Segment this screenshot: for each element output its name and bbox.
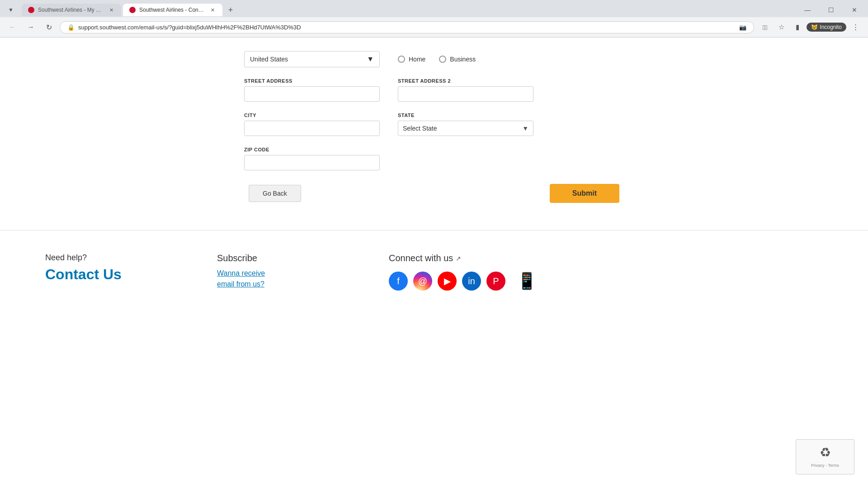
city-group: CITY: [244, 113, 380, 136]
tab-favicon-2: [129, 7, 136, 13]
footer-connect-label: Connect with us: [389, 253, 453, 263]
recaptcha-text: Privacy - Terms: [802, 463, 848, 469]
page-content: United States ▼ Home Business STREET ADD…: [231, 38, 637, 230]
zip-code-input[interactable]: [244, 155, 380, 170]
buttons-row: Go Back Submit: [244, 184, 624, 203]
radio-circle-home: [398, 56, 405, 63]
state-select[interactable]: Select State ▼: [398, 121, 533, 136]
footer-connect-title: Connect with us ↗: [389, 253, 538, 263]
browser-extras: 👁̸ ☆ ▮ 😿 Incognito ⋮: [758, 20, 863, 34]
footer-columns: Need help? Contact Us Subscribe Wanna re…: [45, 253, 823, 292]
tab-close-2[interactable]: ✕: [209, 6, 216, 14]
linkedin-icon[interactable]: in: [462, 272, 481, 291]
recaptcha-logo: ♻: [802, 445, 848, 460]
tab-back-btn[interactable]: ▼: [4, 3, 18, 17]
footer-help-column: Need help? Contact Us: [45, 253, 181, 292]
close-window-button[interactable]: ✕: [844, 4, 864, 16]
radio-business-label: Business: [450, 56, 476, 63]
address-bar[interactable]: 🔒 support.southwest.com/email-us/s/?guid…: [60, 21, 754, 33]
state-dropdown-icon: ▼: [522, 125, 528, 132]
city-input[interactable]: [244, 121, 380, 136]
radio-business[interactable]: Business: [439, 56, 476, 63]
star-icon[interactable]: ☆: [774, 20, 788, 34]
zip-code-row: ZIP CODE: [244, 147, 624, 170]
menu-button[interactable]: ⋮: [848, 20, 863, 34]
browser-chrome: ▼ Southwest Airlines - My Accou... ✕ Sou…: [0, 0, 868, 38]
forward-nav-button[interactable]: →: [24, 20, 38, 34]
window-controls: — ☐ ✕: [797, 4, 864, 16]
street-address-2-label: STREET ADDRESS 2: [398, 78, 533, 84]
footer-subscribe-text[interactable]: Wanna receiveemail from us?: [217, 269, 265, 288]
address-text: support.southwest.com/email-us/s/?guid=b…: [78, 24, 736, 31]
go-back-button[interactable]: Go Back: [249, 185, 301, 202]
city-state-row: CITY STATE Select State ▼: [244, 113, 624, 136]
footer-contact-link[interactable]: Contact Us: [45, 266, 122, 282]
footer-subscribe-column: Subscribe Wanna receiveemail from us?: [217, 253, 353, 292]
lock-icon: 🔒: [67, 24, 75, 31]
browser-title-bar: ▼ Southwest Airlines - My Accou... ✕ Sou…: [0, 0, 868, 17]
zip-code-label: ZIP CODE: [244, 147, 380, 152]
tab-label-1: Southwest Airlines - My Accou...: [38, 7, 104, 13]
footer-help-tagline: Need help?: [45, 253, 181, 263]
pinterest-icon[interactable]: P: [486, 272, 505, 291]
external-link-icon: ↗: [456, 255, 461, 262]
mobile-app-icon[interactable]: 📱: [515, 270, 538, 292]
sidebar-icon[interactable]: ▮: [790, 20, 805, 34]
footer-connect-column: Connect with us ↗ f @ ▶ in P 📱: [389, 253, 538, 292]
radio-home[interactable]: Home: [398, 56, 425, 63]
camera-icon[interactable]: 📷: [739, 24, 746, 31]
address-bar-icons: 📷: [739, 24, 746, 31]
radio-circle-business: [439, 56, 446, 63]
browser-tab-2[interactable]: Southwest Airlines - Connect W... ✕: [123, 4, 222, 16]
social-icons: f @ ▶ in P 📱: [389, 270, 538, 292]
state-group: STATE Select State ▼: [398, 113, 533, 136]
browser-address-bar: ← → ↻ 🔒 support.southwest.com/email-us/s…: [0, 17, 868, 37]
state-label: STATE: [398, 113, 533, 118]
street-address-label: STREET ADDRESS: [244, 78, 380, 84]
eye-slash-icon[interactable]: 👁̸: [758, 20, 772, 34]
footer: Need help? Contact Us Subscribe Wanna re…: [0, 230, 868, 306]
street-address-input[interactable]: [244, 86, 380, 102]
city-label: CITY: [244, 113, 380, 118]
recaptcha-widget: ♻ Privacy - Terms: [796, 439, 854, 474]
country-dropdown-icon: ▼: [367, 55, 374, 63]
incognito-badge: 😿 Incognito: [807, 23, 846, 32]
tab-favicon-1: [28, 7, 34, 13]
radio-home-label: Home: [409, 56, 425, 63]
instagram-icon[interactable]: @: [413, 272, 432, 291]
incognito-label: Incognito: [820, 24, 842, 30]
browser-tab-1[interactable]: Southwest Airlines - My Accou... ✕: [22, 4, 121, 16]
address-type-options: Home Business: [398, 51, 476, 67]
street-address-2-group: STREET ADDRESS 2: [398, 78, 533, 102]
refresh-button[interactable]: ↻: [42, 20, 56, 34]
street-address-2-input[interactable]: [398, 86, 533, 102]
new-tab-button[interactable]: +: [224, 4, 237, 16]
footer-subscribe-title: Subscribe: [217, 253, 353, 263]
street-address-row: STREET ADDRESS STREET ADDRESS 2: [244, 78, 624, 102]
facebook-icon[interactable]: f: [389, 272, 408, 291]
submit-button[interactable]: Submit: [550, 184, 619, 203]
country-select[interactable]: United States ▼: [244, 51, 380, 67]
form-section: United States ▼ Home Business STREET ADD…: [244, 47, 624, 170]
back-nav-button[interactable]: ←: [5, 20, 20, 34]
minimize-button[interactable]: —: [797, 4, 817, 16]
country-row: United States ▼ Home Business: [244, 51, 624, 67]
tab-label-2: Southwest Airlines - Connect W...: [139, 7, 205, 13]
country-select-text: United States: [250, 56, 288, 63]
tab-close-1[interactable]: ✕: [108, 6, 115, 14]
street-address-group: STREET ADDRESS: [244, 78, 380, 102]
incognito-icon: 😿: [811, 24, 818, 30]
maximize-button[interactable]: ☐: [821, 4, 841, 16]
zip-code-group: ZIP CODE: [244, 147, 380, 170]
state-select-text: Select State: [403, 125, 437, 132]
youtube-icon[interactable]: ▶: [438, 272, 457, 291]
